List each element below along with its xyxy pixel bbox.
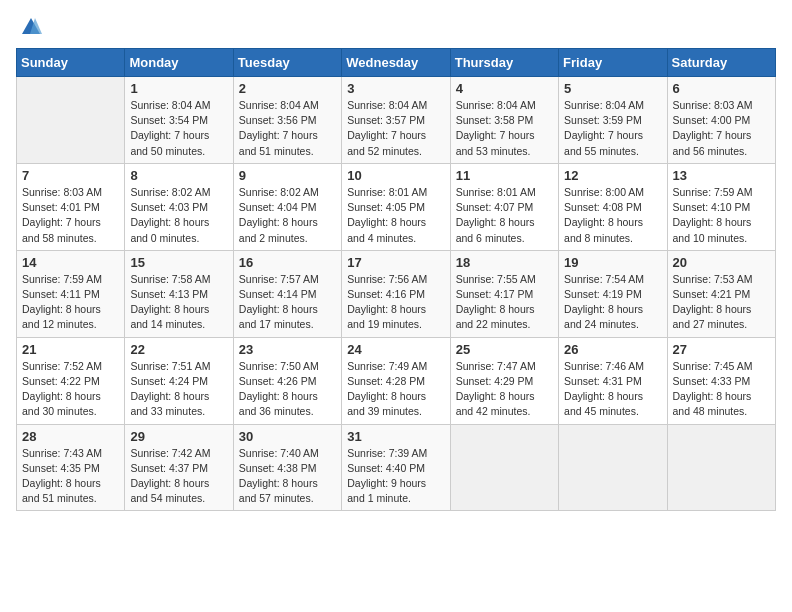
calendar-cell: 21Sunrise: 7:52 AMSunset: 4:22 PMDayligh… — [17, 337, 125, 424]
day-of-week-header: Sunday — [17, 49, 125, 77]
calendar-cell: 9Sunrise: 8:02 AMSunset: 4:04 PMDaylight… — [233, 163, 341, 250]
day-number: 14 — [22, 255, 119, 270]
day-number: 24 — [347, 342, 444, 357]
calendar-cell: 18Sunrise: 7:55 AMSunset: 4:17 PMDayligh… — [450, 250, 558, 337]
day-number: 10 — [347, 168, 444, 183]
calendar-week-row: 28Sunrise: 7:43 AMSunset: 4:35 PMDayligh… — [17, 424, 776, 511]
calendar-cell: 28Sunrise: 7:43 AMSunset: 4:35 PMDayligh… — [17, 424, 125, 511]
day-number: 6 — [673, 81, 770, 96]
day-info: Sunrise: 8:02 AMSunset: 4:04 PMDaylight:… — [239, 185, 336, 246]
day-number: 12 — [564, 168, 661, 183]
calendar-week-row: 1Sunrise: 8:04 AMSunset: 3:54 PMDaylight… — [17, 77, 776, 164]
day-number: 9 — [239, 168, 336, 183]
day-info: Sunrise: 8:01 AMSunset: 4:05 PMDaylight:… — [347, 185, 444, 246]
day-number: 7 — [22, 168, 119, 183]
day-number: 2 — [239, 81, 336, 96]
day-of-week-header: Wednesday — [342, 49, 450, 77]
day-info: Sunrise: 8:03 AMSunset: 4:00 PMDaylight:… — [673, 98, 770, 159]
day-info: Sunrise: 8:04 AMSunset: 3:56 PMDaylight:… — [239, 98, 336, 159]
calendar-cell: 17Sunrise: 7:56 AMSunset: 4:16 PMDayligh… — [342, 250, 450, 337]
day-of-week-header: Monday — [125, 49, 233, 77]
day-number: 26 — [564, 342, 661, 357]
calendar-cell: 5Sunrise: 8:04 AMSunset: 3:59 PMDaylight… — [559, 77, 667, 164]
day-info: Sunrise: 7:43 AMSunset: 4:35 PMDaylight:… — [22, 446, 119, 507]
calendar-cell — [450, 424, 558, 511]
calendar-cell: 6Sunrise: 8:03 AMSunset: 4:00 PMDaylight… — [667, 77, 775, 164]
day-info: Sunrise: 8:02 AMSunset: 4:03 PMDaylight:… — [130, 185, 227, 246]
day-info: Sunrise: 7:50 AMSunset: 4:26 PMDaylight:… — [239, 359, 336, 420]
calendar-week-row: 14Sunrise: 7:59 AMSunset: 4:11 PMDayligh… — [17, 250, 776, 337]
calendar-cell: 29Sunrise: 7:42 AMSunset: 4:37 PMDayligh… — [125, 424, 233, 511]
calendar-header-row: SundayMondayTuesdayWednesdayThursdayFrid… — [17, 49, 776, 77]
day-number: 22 — [130, 342, 227, 357]
page-header — [16, 16, 776, 38]
calendar-cell: 15Sunrise: 7:58 AMSunset: 4:13 PMDayligh… — [125, 250, 233, 337]
day-number: 19 — [564, 255, 661, 270]
day-number: 23 — [239, 342, 336, 357]
day-of-week-header: Thursday — [450, 49, 558, 77]
calendar-cell: 26Sunrise: 7:46 AMSunset: 4:31 PMDayligh… — [559, 337, 667, 424]
day-info: Sunrise: 8:04 AMSunset: 3:54 PMDaylight:… — [130, 98, 227, 159]
calendar-cell: 30Sunrise: 7:40 AMSunset: 4:38 PMDayligh… — [233, 424, 341, 511]
calendar-cell: 8Sunrise: 8:02 AMSunset: 4:03 PMDaylight… — [125, 163, 233, 250]
day-number: 17 — [347, 255, 444, 270]
calendar-cell: 19Sunrise: 7:54 AMSunset: 4:19 PMDayligh… — [559, 250, 667, 337]
calendar-cell: 4Sunrise: 8:04 AMSunset: 3:58 PMDaylight… — [450, 77, 558, 164]
day-of-week-header: Saturday — [667, 49, 775, 77]
day-info: Sunrise: 7:53 AMSunset: 4:21 PMDaylight:… — [673, 272, 770, 333]
day-info: Sunrise: 7:51 AMSunset: 4:24 PMDaylight:… — [130, 359, 227, 420]
calendar-cell: 14Sunrise: 7:59 AMSunset: 4:11 PMDayligh… — [17, 250, 125, 337]
day-info: Sunrise: 7:42 AMSunset: 4:37 PMDaylight:… — [130, 446, 227, 507]
day-number: 20 — [673, 255, 770, 270]
calendar-cell: 20Sunrise: 7:53 AMSunset: 4:21 PMDayligh… — [667, 250, 775, 337]
day-number: 31 — [347, 429, 444, 444]
calendar-cell: 31Sunrise: 7:39 AMSunset: 4:40 PMDayligh… — [342, 424, 450, 511]
day-number: 15 — [130, 255, 227, 270]
calendar-cell: 25Sunrise: 7:47 AMSunset: 4:29 PMDayligh… — [450, 337, 558, 424]
day-number: 8 — [130, 168, 227, 183]
day-info: Sunrise: 7:55 AMSunset: 4:17 PMDaylight:… — [456, 272, 553, 333]
calendar-cell: 22Sunrise: 7:51 AMSunset: 4:24 PMDayligh… — [125, 337, 233, 424]
calendar-cell: 12Sunrise: 8:00 AMSunset: 4:08 PMDayligh… — [559, 163, 667, 250]
day-info: Sunrise: 7:58 AMSunset: 4:13 PMDaylight:… — [130, 272, 227, 333]
day-info: Sunrise: 8:04 AMSunset: 3:57 PMDaylight:… — [347, 98, 444, 159]
day-info: Sunrise: 7:57 AMSunset: 4:14 PMDaylight:… — [239, 272, 336, 333]
calendar-cell: 7Sunrise: 8:03 AMSunset: 4:01 PMDaylight… — [17, 163, 125, 250]
day-number: 29 — [130, 429, 227, 444]
day-number: 28 — [22, 429, 119, 444]
day-info: Sunrise: 7:46 AMSunset: 4:31 PMDaylight:… — [564, 359, 661, 420]
day-info: Sunrise: 7:45 AMSunset: 4:33 PMDaylight:… — [673, 359, 770, 420]
day-number: 5 — [564, 81, 661, 96]
day-number: 16 — [239, 255, 336, 270]
day-number: 1 — [130, 81, 227, 96]
logo — [16, 16, 42, 38]
day-number: 25 — [456, 342, 553, 357]
day-number: 21 — [22, 342, 119, 357]
calendar-cell: 27Sunrise: 7:45 AMSunset: 4:33 PMDayligh… — [667, 337, 775, 424]
calendar-cell: 1Sunrise: 8:04 AMSunset: 3:54 PMDaylight… — [125, 77, 233, 164]
calendar-cell — [559, 424, 667, 511]
day-info: Sunrise: 7:59 AMSunset: 4:10 PMDaylight:… — [673, 185, 770, 246]
logo-icon — [20, 16, 42, 38]
calendar-week-row: 21Sunrise: 7:52 AMSunset: 4:22 PMDayligh… — [17, 337, 776, 424]
calendar-cell: 10Sunrise: 8:01 AMSunset: 4:05 PMDayligh… — [342, 163, 450, 250]
calendar-cell: 13Sunrise: 7:59 AMSunset: 4:10 PMDayligh… — [667, 163, 775, 250]
day-number: 11 — [456, 168, 553, 183]
day-info: Sunrise: 7:40 AMSunset: 4:38 PMDaylight:… — [239, 446, 336, 507]
calendar-cell: 11Sunrise: 8:01 AMSunset: 4:07 PMDayligh… — [450, 163, 558, 250]
day-info: Sunrise: 7:54 AMSunset: 4:19 PMDaylight:… — [564, 272, 661, 333]
calendar-cell — [17, 77, 125, 164]
calendar-cell: 3Sunrise: 8:04 AMSunset: 3:57 PMDaylight… — [342, 77, 450, 164]
day-number: 4 — [456, 81, 553, 96]
day-info: Sunrise: 8:03 AMSunset: 4:01 PMDaylight:… — [22, 185, 119, 246]
day-of-week-header: Friday — [559, 49, 667, 77]
day-info: Sunrise: 7:59 AMSunset: 4:11 PMDaylight:… — [22, 272, 119, 333]
day-info: Sunrise: 7:47 AMSunset: 4:29 PMDaylight:… — [456, 359, 553, 420]
day-info: Sunrise: 7:56 AMSunset: 4:16 PMDaylight:… — [347, 272, 444, 333]
day-info: Sunrise: 8:04 AMSunset: 3:58 PMDaylight:… — [456, 98, 553, 159]
calendar-cell: 16Sunrise: 7:57 AMSunset: 4:14 PMDayligh… — [233, 250, 341, 337]
day-info: Sunrise: 8:04 AMSunset: 3:59 PMDaylight:… — [564, 98, 661, 159]
day-of-week-header: Tuesday — [233, 49, 341, 77]
calendar-cell — [667, 424, 775, 511]
day-number: 13 — [673, 168, 770, 183]
